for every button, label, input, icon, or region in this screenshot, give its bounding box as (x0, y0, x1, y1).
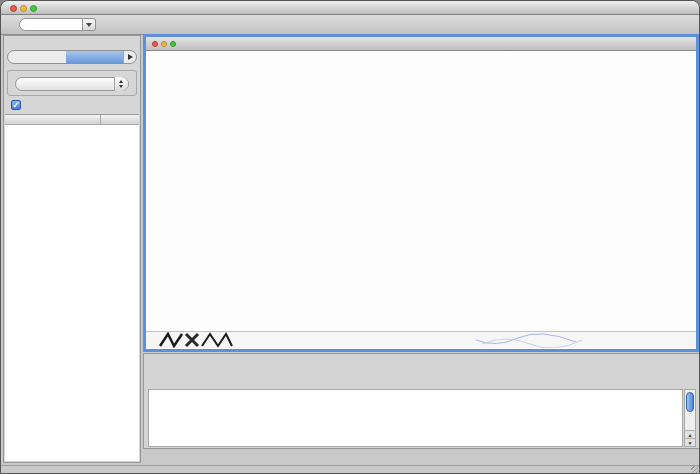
main-toolbar (1, 15, 700, 35)
tab-overflow-button[interactable] (123, 51, 136, 63)
minimize-button[interactable] (20, 5, 27, 12)
tree-header-network (5, 115, 101, 124)
network-window-titlebar[interactable] (146, 37, 696, 51)
float-panel-icon[interactable] (688, 356, 697, 365)
select-nodes-checkbox[interactable]: ✓ (11, 100, 21, 110)
select-nodes-row: ✓ (11, 100, 25, 110)
attribute-browser-tabs (143, 449, 700, 465)
float-panel-icon[interactable] (128, 38, 137, 47)
close-button[interactable] (10, 5, 17, 12)
strip-shape (160, 334, 182, 346)
tree-header-nodes (101, 115, 139, 124)
control-panel-tabs (7, 50, 137, 64)
right-arrow-icon (128, 54, 133, 60)
attribute-table (148, 389, 683, 447)
scroll-down-button[interactable]: ▼ (685, 438, 695, 446)
node-color-dropdown[interactable] (15, 77, 129, 91)
status-bar (1, 465, 700, 474)
network-tree-panel (5, 114, 139, 461)
strip-shape (186, 334, 198, 346)
data-panel: ▲ ▼ (143, 353, 700, 449)
scrollbar-thumb[interactable] (686, 392, 694, 412)
search-input[interactable] (19, 18, 83, 31)
net-minimize-button[interactable] (161, 41, 167, 47)
strip-shape (202, 334, 232, 346)
network-canvas[interactable] (146, 51, 696, 331)
application-window: ✓ (0, 0, 700, 474)
tab-network[interactable] (8, 51, 66, 63)
data-panel-toolbar (148, 368, 696, 387)
network-canvas-overflow (146, 331, 696, 348)
control-panel: ✓ (3, 35, 141, 463)
node-color-selection-group (7, 70, 137, 96)
network-view-window[interactable] (143, 34, 699, 352)
window-titlebar (1, 1, 700, 15)
net-close-button[interactable] (152, 41, 158, 47)
network-tab-icon (31, 53, 40, 62)
data-panel-header (144, 354, 700, 366)
table-scrollbar[interactable]: ▲ ▼ (684, 389, 696, 447)
net-zoom-button[interactable] (170, 41, 176, 47)
zoom-button[interactable] (30, 5, 37, 12)
resize-grip[interactable] (691, 466, 700, 474)
dropdown-stepper-icon (114, 77, 128, 91)
search-dropdown-button[interactable] (83, 18, 96, 31)
scroll-up-button[interactable]: ▲ (685, 430, 695, 438)
control-panel-header (4, 36, 140, 48)
tree-header (5, 115, 139, 125)
tab-mosaic[interactable] (66, 51, 124, 63)
